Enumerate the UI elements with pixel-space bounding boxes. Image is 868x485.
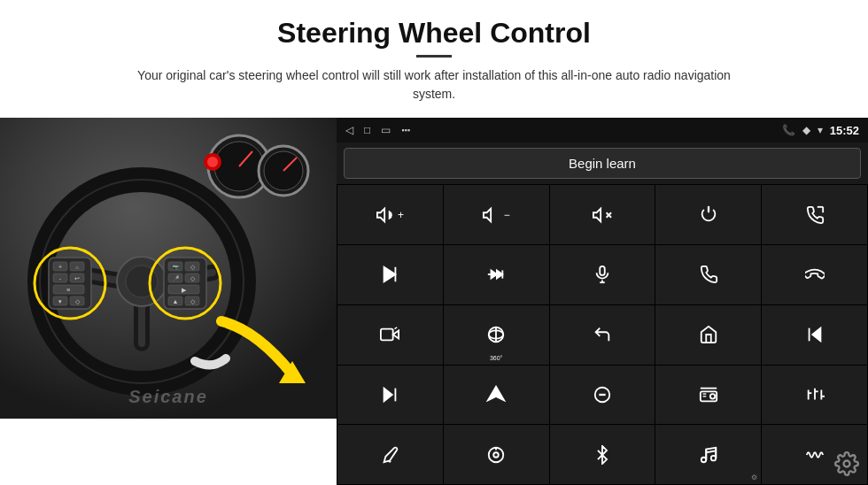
- ff2-icon: [380, 385, 399, 404]
- svg-rect-63: [381, 329, 393, 341]
- svg-point-9: [207, 157, 218, 167]
- eq-button[interactable]: [762, 366, 867, 425]
- svg-line-92: [706, 450, 716, 452]
- back-nav-icon[interactable]: ◁: [345, 124, 353, 136]
- svg-text:🎤: 🎤: [173, 275, 180, 282]
- power-icon: [699, 205, 718, 225]
- hang-up-button[interactable]: [762, 245, 867, 304]
- pen-button[interactable]: [337, 425, 443, 484]
- source-button[interactable]: [550, 366, 655, 425]
- pen-icon: [380, 445, 399, 465]
- knob-icon: [486, 445, 506, 465]
- skip-next-button[interactable]: [337, 245, 443, 304]
- android-panel: ◁ □ ▭ ▪▪▪ 📞 ◆ ▾ 15:52 Begin learn: [337, 118, 868, 485]
- vol-mute-icon: [593, 205, 612, 225]
- radio-icon: [699, 385, 718, 404]
- vol-up-button[interactable]: +: [337, 185, 443, 244]
- svg-marker-72: [488, 387, 504, 401]
- svg-point-76: [710, 394, 716, 399]
- begin-learn-row: Begin learn: [337, 142, 868, 184]
- power-button[interactable]: [655, 185, 761, 244]
- music-settings-dot: ⚙: [751, 473, 757, 481]
- view-360-button[interactable]: 360°: [444, 305, 549, 365]
- svg-text:📷: 📷: [173, 264, 180, 271]
- phone-icon: 📞: [782, 124, 795, 136]
- 360-label: 360°: [490, 355, 502, 361]
- camera-icon: [380, 325, 399, 344]
- back-button[interactable]: [550, 305, 655, 365]
- header-section: Steering Wheel Control Your original car…: [0, 0, 868, 111]
- bluetooth-button[interactable]: [550, 425, 655, 484]
- svg-marker-53: [384, 267, 396, 282]
- home-button[interactable]: [655, 305, 761, 365]
- ff-next-icon: [486, 265, 506, 284]
- svg-text:Seicane: Seicane: [128, 387, 208, 406]
- call-answer-button[interactable]: [762, 185, 867, 244]
- svg-text:▲: ▲: [173, 298, 179, 304]
- svg-text:≡: ≡: [66, 287, 70, 293]
- view-360-icon: [486, 325, 506, 344]
- recent-nav-icon[interactable]: ▭: [381, 124, 391, 136]
- rew-button[interactable]: [762, 305, 867, 365]
- vol-down-label: −: [504, 209, 510, 221]
- steering-wheel-svg: + ⌂ - ↩ ≡ ▾ ◇ 📷 ◇: [0, 118, 337, 419]
- signal-icon: ▪▪▪: [401, 126, 410, 135]
- ff2-button[interactable]: [337, 366, 443, 425]
- steering-image: + ⌂ - ↩ ≡ ▾ ◇ 📷 ◇: [0, 118, 337, 419]
- music-button[interactable]: ⚙: [655, 425, 761, 484]
- page-title: Steering Wheel Control: [53, 16, 815, 50]
- bluetooth-icon: [593, 445, 612, 465]
- mic-icon: [593, 265, 612, 284]
- page-container: Steering Wheel Control Your original car…: [0, 0, 868, 485]
- wifi-icon: ▾: [818, 124, 823, 136]
- home-icon: [699, 325, 718, 344]
- source-icon: [593, 385, 612, 404]
- vol-down-button[interactable]: −: [444, 185, 549, 244]
- svg-line-64: [395, 327, 398, 329]
- settings-button[interactable]: [833, 450, 861, 478]
- content-row: + ⌂ - ↩ ≡ ▾ ◇ 📷 ◇: [0, 118, 868, 485]
- subtitle: Your original car's steering wheel contr…: [124, 66, 744, 104]
- hang-up-icon: [805, 265, 825, 284]
- vol-up-icon: [376, 205, 396, 225]
- ff-next-button[interactable]: [444, 245, 549, 304]
- knob-button[interactable]: [444, 425, 549, 484]
- svg-marker-57: [497, 271, 502, 279]
- svg-point-95: [844, 461, 850, 467]
- location-icon: ◆: [802, 124, 810, 136]
- svg-marker-70: [384, 389, 392, 402]
- title-divider: [416, 55, 452, 58]
- svg-rect-59: [600, 266, 605, 275]
- nav-button[interactable]: [444, 366, 549, 425]
- svg-text:+: +: [58, 264, 62, 270]
- phone-icon: [699, 265, 718, 284]
- svg-text:↩: ↩: [74, 275, 80, 281]
- home-nav-icon[interactable]: □: [364, 124, 370, 136]
- mic-button[interactable]: [550, 245, 655, 304]
- radio-button[interactable]: [655, 366, 761, 425]
- skip-next-icon: [380, 265, 399, 284]
- status-bar: ◁ □ ▭ ▪▪▪ 📞 ◆ ▾ 15:52: [337, 118, 868, 142]
- status-left: ◁ □ ▭ ▪▪▪: [345, 124, 410, 136]
- phone-button[interactable]: [655, 245, 761, 304]
- rew-icon: [805, 325, 825, 344]
- time-display: 15:52: [830, 124, 859, 137]
- back-icon: [593, 325, 612, 344]
- status-right: 📞 ◆ ▾ 15:52: [782, 124, 859, 137]
- nav-icon: [486, 385, 506, 404]
- wave-icon: [805, 445, 825, 465]
- svg-marker-62: [393, 331, 399, 339]
- vol-mute-button[interactable]: [550, 185, 655, 244]
- eq-icon: [805, 385, 825, 404]
- controls-grid: + −: [337, 184, 868, 485]
- settings-icon: [834, 451, 859, 476]
- phone-call-icon: [805, 205, 825, 225]
- svg-text:⌂: ⌂: [75, 265, 79, 270]
- svg-marker-56: [492, 271, 497, 279]
- svg-marker-68: [812, 328, 820, 342]
- svg-text:▾: ▾: [58, 298, 62, 304]
- camera-button[interactable]: [337, 305, 443, 365]
- vol-up-label: +: [398, 209, 404, 221]
- begin-learn-button[interactable]: Begin learn: [344, 148, 861, 179]
- svg-point-88: [493, 452, 499, 458]
